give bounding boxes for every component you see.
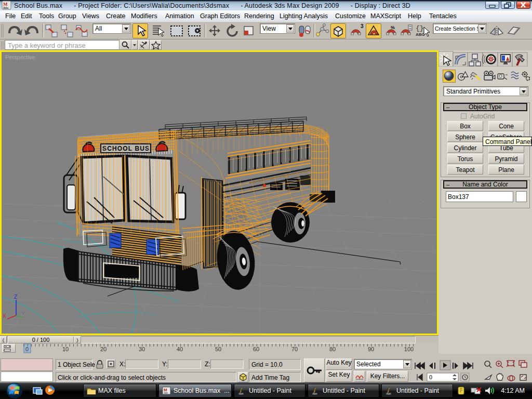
svg-text:50: 50 — [215, 346, 221, 352]
svg-text:Y: Y — [22, 311, 25, 316]
svg-text:%: % — [391, 25, 395, 30]
svg-text:70: 70 — [291, 346, 298, 352]
svg-text:30: 30 — [139, 346, 145, 352]
svg-text:SCHOOL BUS: SCHOOL BUS — [102, 145, 149, 152]
svg-text:100: 100 — [404, 346, 414, 352]
svg-text:3ds: 3ds — [164, 391, 168, 394]
svg-text:3: 3 — [361, 23, 364, 29]
svg-text:Z: Z — [14, 294, 17, 300]
svg-text:ABC: ABC — [416, 32, 425, 37]
svg-text:0: 0 — [25, 346, 29, 352]
svg-text:10: 10 — [62, 346, 69, 352]
svg-text:60: 60 — [253, 346, 259, 352]
svg-text:0: 0 — [429, 374, 432, 380]
svg-text:20: 20 — [100, 346, 107, 352]
svg-text:90: 90 — [368, 346, 374, 352]
svg-text:X: X — [3, 313, 6, 319]
svg-text:40: 40 — [177, 346, 183, 352]
svg-text:{}: {} — [416, 24, 424, 32]
svg-text:3ds: 3ds — [3, 6, 9, 9]
svg-text:80: 80 — [329, 346, 336, 352]
